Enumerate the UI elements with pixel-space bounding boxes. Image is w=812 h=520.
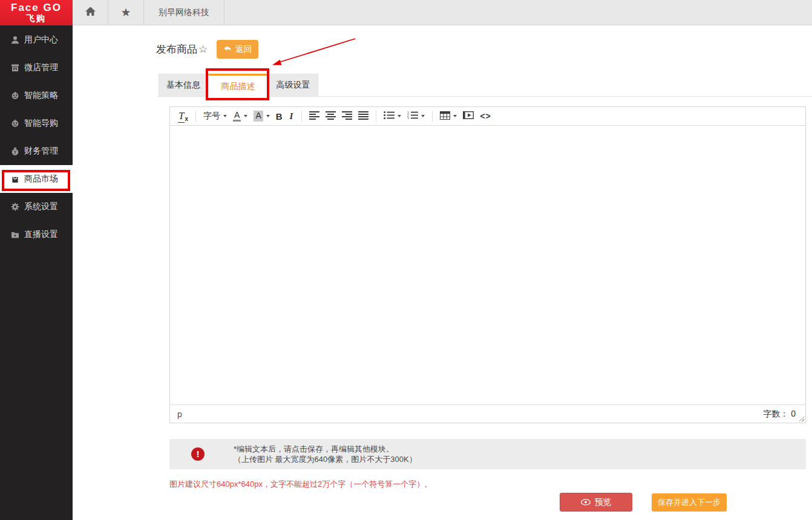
sidebar-item-smart-strategy[interactable]: 智能策略 [0, 82, 73, 109]
page-title-text: 发布商品 [156, 44, 197, 55]
remove-format-icon: T [178, 110, 185, 123]
robot-icon [10, 119, 19, 128]
bold-button[interactable]: B [273, 109, 286, 123]
align-right-button[interactable] [339, 109, 355, 123]
tab-label: 商品描述 [221, 81, 255, 92]
align-justify-button[interactable] [355, 109, 372, 123]
eye-icon [581, 498, 591, 507]
caret-down-icon [223, 115, 227, 117]
tab-basic-info[interactable]: 基本信息 [159, 74, 208, 97]
italic-button[interactable]: I [286, 109, 298, 123]
remove-format-sub: x [185, 115, 188, 122]
word-count-label: 字数： [763, 409, 788, 418]
tab-label: 基本信息 [166, 80, 200, 91]
moneybag-icon [10, 147, 19, 156]
code-icon: <> [480, 111, 491, 121]
annotation-arrow [269, 33, 360, 70]
folder-icon [10, 230, 19, 239]
word-count-value: 0 [791, 409, 796, 418]
back-button-label: 返回 [235, 44, 252, 55]
sidebar-item-shop-manage[interactable]: 微店管理 [0, 54, 73, 82]
company-name: 别早网络科技 [159, 7, 209, 18]
favorite-star-icon[interactable]: ☆ [198, 44, 208, 55]
highlight-color-icon: A [254, 111, 263, 122]
tab-label: 高级设置 [277, 80, 310, 91]
element-path[interactable]: p [177, 409, 182, 419]
align-left-icon [309, 111, 319, 122]
warning-icon: ! [191, 447, 205, 461]
store-icon [10, 63, 19, 73]
save-next-button[interactable]: 保存并进入下一步 [652, 493, 727, 512]
star-icon: ★ [120, 7, 131, 18]
notice-banner: ! *编辑文本后，请点击保存，再编辑其他模块。 （上传图片 最大宽度为640像素… [169, 439, 806, 469]
sidebar-item-label: 商品市场 [24, 174, 58, 184]
bullet-list-dropdown[interactable] [381, 109, 404, 123]
align-right-icon [342, 111, 352, 122]
sidebar-item-user-center[interactable]: 用户中心 [0, 26, 73, 54]
sidebar-item-goods-market[interactable]: 商品市场 [0, 165, 73, 193]
source-code-button[interactable]: <> [477, 109, 494, 123]
tab-goods-description[interactable]: 商品描述 [208, 74, 268, 97]
notice-text: *编辑文本后，请点击保存，再编辑其他模块。 （上传图片 最大宽度为640像素，图… [234, 444, 417, 464]
editor-toolbar: Tx 字号 A A B I 123 <> [170, 107, 805, 126]
sidebar-item-label: 财务管理 [24, 146, 58, 157]
rich-text-editor: Tx 字号 A A B I 123 <> [169, 106, 806, 423]
align-left-button[interactable] [306, 109, 323, 123]
brand-name-cn: 飞购 [26, 14, 47, 23]
home-button[interactable] [73, 0, 108, 25]
brand-logo[interactable]: Face GO 飞购 [0, 0, 73, 25]
reply-arrow-icon [223, 45, 232, 54]
font-size-dropdown[interactable]: 字号 [200, 109, 230, 123]
topbar: ★ 别早网络科技 [73, 0, 812, 25]
notice-line-1: *编辑文本后，请点击保存，再编辑其他模块。 [234, 444, 417, 454]
sidebar-item-finance[interactable]: 财务管理 [0, 137, 73, 165]
editor-content-area[interactable] [170, 126, 805, 404]
video-icon [463, 111, 474, 121]
preview-button-label: 预览 [595, 497, 612, 508]
robot-icon [10, 91, 19, 100]
caret-down-icon [453, 115, 457, 117]
sidebar-item-smart-guide[interactable]: 智能导购 [0, 109, 73, 137]
gear-icon [10, 203, 19, 212]
caret-down-icon [266, 115, 270, 117]
sidebar: Face GO 飞购 用户中心 微店管理 智能策略 智能导购 财务管理 商品市场… [0, 0, 73, 520]
preview-button[interactable]: 预览 [560, 493, 632, 512]
caret-down-icon [421, 115, 425, 117]
italic-icon: I [289, 111, 295, 122]
sidebar-item-live-settings[interactable]: 直播设置 [0, 221, 73, 249]
sidebar-item-system-settings[interactable]: 系统设置 [0, 193, 73, 221]
align-center-button[interactable] [323, 109, 339, 123]
image-size-hint: 图片建议尺寸640px*640px，文字不能超过2万个字（一个符号算一个字）。 [169, 479, 432, 490]
caret-down-icon [244, 115, 247, 117]
editor-status-bar: p 字数：0 [170, 405, 805, 423]
sidebar-item-label: 智能导购 [24, 118, 58, 129]
sidebar-item-label: 用户中心 [24, 34, 58, 45]
table-icon [440, 111, 450, 122]
toolbar-separator [301, 111, 302, 122]
back-button[interactable]: 返回 [217, 40, 258, 59]
tab-advanced-settings[interactable]: 高级设置 [268, 74, 318, 97]
sidebar-item-label: 智能策略 [24, 90, 58, 101]
page-title: 发布商品☆ [156, 42, 208, 56]
remove-format-button[interactable]: Tx [175, 109, 191, 123]
sidebar-item-label: 直播设置 [24, 229, 58, 240]
shopping-bag-icon [10, 175, 19, 184]
company-tab[interactable]: 别早网络科技 [144, 0, 224, 25]
sidebar-item-label: 微店管理 [24, 62, 58, 73]
toolbar-separator [432, 111, 433, 122]
svg-text:3: 3 [407, 117, 409, 120]
font-color-dropdown[interactable]: A [230, 109, 250, 123]
font-size-label: 字号 [203, 111, 220, 122]
video-button[interactable] [460, 109, 477, 123]
align-center-icon [326, 111, 336, 122]
favorites-button[interactable]: ★ [108, 0, 144, 25]
toolbar-separator [376, 111, 376, 122]
font-color-icon: A [233, 111, 241, 122]
bold-icon: B [276, 111, 283, 122]
table-dropdown[interactable] [437, 109, 460, 123]
highlight-color-dropdown[interactable]: A [250, 109, 272, 123]
numbered-list-dropdown[interactable]: 123 [404, 109, 428, 123]
user-icon [10, 36, 19, 45]
bullet-list-icon [384, 111, 395, 121]
sidebar-item-label: 系统设置 [24, 201, 58, 212]
